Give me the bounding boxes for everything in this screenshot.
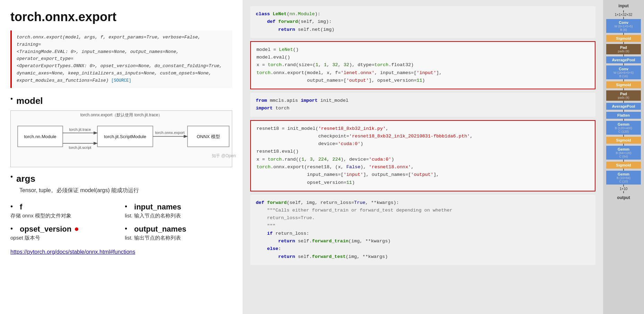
docs-url[interactable]: https://pytorch.org/docs/stable/onnx.htm… [10,249,232,255]
diagram-top-label: torch.onnx.export（默认使用 torch.jit.trace） [79,112,164,118]
right-panel: input 1×1×32×32 ConvW (6×1×5×5)B (6) Sig… [603,0,644,314]
net-node-input: input [606,2,641,10]
args-desc: Tensor, tuple。必须保证 model(args) 能成功运行 [19,187,232,194]
svg-text:知乎 @OpenMMLab: 知乎 @OpenMMLab [212,153,236,158]
net-node-gemm2: GemmB (84×120)C (84) [606,146,641,160]
resnet-export-block: resnet18 = init_model('resnet18_8xb32_in… [250,120,595,191]
svg-text:torch.nn.Module: torch.nn.Module [24,134,56,139]
signature-box: torch.onnx.export(model, args, f, export… [10,30,232,88]
signature-text: torch.onnx.export(model, args, f, export… [17,35,222,83]
lenet-class-block: class LeNet(nn.Module): def forward(self… [250,6,595,38]
import-block: from mmcls.apis import init_model import… [250,93,595,117]
net-node-pad2: Padpads (8) [606,90,641,101]
bullet-args: • [10,173,13,181]
param-f: • f 存储 onnx 模型的文件对象 [10,203,118,219]
net-node-sigmoid3: Sigmoid [606,137,641,144]
forward-method-block: def forward(self, img, return_loss=True,… [250,195,595,265]
svg-text:ONNX 模型: ONNX 模型 [197,134,220,139]
net-node-conv1: ConvW (6×1×5×5)B (6) [606,19,641,33]
net-node-sigmoid1: Sigmoid [606,35,641,42]
net-node-gemm3: GemmB (10×84)C (10) [606,171,641,185]
diagram-svg: torch.nn.Module torch.jit.ScriptModule O… [14,116,236,161]
svg-text:torch.jit.trace: torch.jit.trace [69,127,91,132]
f-bullet: • f [10,203,118,212]
left-panel: torch.onnx.export torch.onnx.export(mode… [0,0,243,314]
middle-panel: class LeNet(nn.Module): def forward(self… [243,0,603,314]
export-diagram: torch.onnx.export（默认使用 torch.jit.trace） … [10,110,232,167]
params-grid: • f 存储 onnx 模型的文件对象 • input_names list. … [10,197,232,241]
args-section: • args [10,173,232,184]
opset-version-bullet: • opset_version [10,225,118,234]
size-label-1: 1×1×32×32 [615,13,633,17]
source-link[interactable]: [SOURCE] [111,78,131,83]
model-section: • model [10,96,232,106]
connector [623,191,624,193]
svg-text:torch.onnx.export: torch.onnx.export [155,131,185,135]
size-label-2: 1×10 [620,187,628,191]
code-section: class LeNet(nn.Module): def forward(self… [243,0,603,272]
connector [623,185,624,187]
bullet-model: • [10,95,13,103]
param-input-names: • input_names list. 输入节点的名称列表 [125,203,232,219]
net-node-avgpool1: AveragePool [606,56,641,63]
net-node-sigmoid4: Sigmoid [606,162,641,169]
output-names-bullet: • output_names [125,225,232,234]
model-title: model [16,96,43,106]
connector [623,10,624,12]
page-title: torch.onnx.export [10,10,232,24]
net-node-flatten: Flatten [606,112,641,119]
svg-text:torch.jit.ScriptModule: torch.jit.ScriptModule [104,134,146,139]
param-output-names: • output_names list. 输出节点的名称列表 [125,225,232,241]
svg-text:torch.jit.script: torch.jit.script [69,145,92,150]
net-node-avgpool2: AveragePool [606,103,641,110]
net-node-sigmoid2: Sigmoid [606,81,641,88]
net-node-gemm1: GemmB (120×400)C (120) [606,121,641,135]
net-node-pad1: Padpads (8) [606,44,641,54]
net-node-output: output [606,194,641,201]
args-title: args [16,173,35,184]
input-names-bullet: • input_names [125,203,232,212]
red-dot-indicator [75,227,78,231]
net-node-conv2: ConvW (16×6×5×5)B (16) [606,65,641,79]
lenet-export-block: model = LeNet() model.eval() x = torch.r… [250,41,595,89]
param-opset-version: • opset_version opset 版本号 [10,225,118,241]
